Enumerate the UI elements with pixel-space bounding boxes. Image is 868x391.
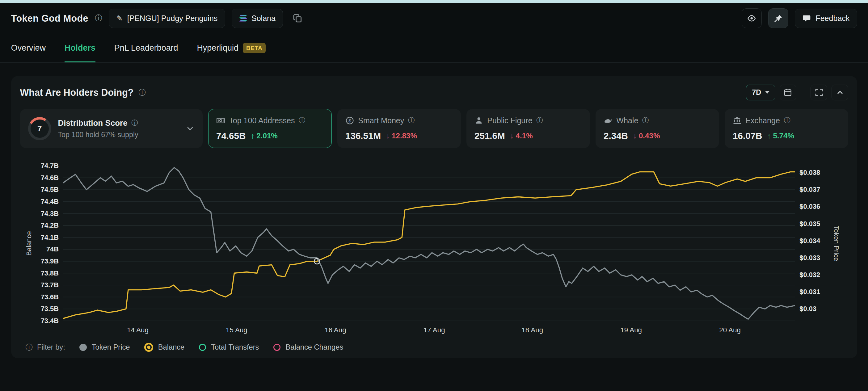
legend-label: Balance Changes: [285, 343, 343, 352]
stat-value: 136.51M: [345, 131, 381, 141]
balance-axis-tick: 73.7B: [20, 281, 59, 289]
stat-label: Exchange: [745, 116, 780, 125]
holders-doing-panel: What Are Holders Doing? ⓘ 7D: [11, 76, 857, 359]
stat-card-smart-money[interactable]: $ Smart Money ⓘ 136.51M ↓ 12.83%: [337, 109, 461, 148]
tab-holders[interactable]: Holders: [65, 34, 95, 62]
tab-overview[interactable]: Overview: [11, 34, 46, 62]
svg-text:$: $: [348, 118, 351, 123]
price-axis-tick: $0.037: [799, 186, 844, 194]
timeframe-dropdown[interactable]: 7D: [746, 85, 775, 100]
tab-pnl-leaderboard[interactable]: PnL Leaderboard: [114, 34, 178, 62]
timeframe-value: 7D: [752, 88, 761, 97]
feedback-button[interactable]: Feedback: [795, 9, 857, 28]
balance-axis-tick: 74.4B: [20, 198, 59, 206]
cash-icon: [216, 116, 225, 125]
beta-badge: BETA: [243, 43, 266, 53]
collapse-button[interactable]: [832, 85, 848, 100]
balance-axis-tick: 74.5B: [20, 186, 59, 194]
stat-value: 74.65B: [216, 131, 246, 141]
price-axis-tick: $0.03: [799, 305, 844, 313]
header: Token God Mode ⓘ ✎ [PENGU] Pudgy Penguin…: [0, 3, 868, 34]
caret-down-icon: [765, 91, 770, 94]
price-axis-tick: $0.033: [799, 254, 844, 262]
balance-axis-tick: 73.8B: [20, 269, 59, 278]
balance-axis-tick: 73.4B: [20, 317, 59, 325]
tab-label: Holders: [65, 43, 95, 53]
distribution-score-gauge: 7: [28, 117, 51, 140]
info-icon: ⓘ: [95, 14, 102, 22]
legend-label: Token Price: [92, 343, 130, 352]
legend-balance-changes[interactable]: Balance Changes: [273, 343, 343, 352]
balance-axis-tick: 74.3B: [20, 210, 59, 218]
panel-controls: 7D: [746, 85, 848, 100]
total-transfers-dot-icon: [199, 344, 206, 351]
chevron-up-icon: [836, 88, 844, 97]
fullscreen-button[interactable]: [810, 85, 827, 100]
stat-card-top-100-addresses[interactable]: Top 100 Addresses ⓘ 74.65B ↑ 2.01%: [208, 109, 332, 148]
legend-label: Balance: [158, 343, 185, 352]
balance-axis-tick: 74.2B: [20, 222, 59, 229]
legend-label: Total Transfers: [211, 343, 259, 352]
legend-balance[interactable]: Balance: [144, 343, 184, 352]
info-icon: ⓘ: [642, 117, 649, 124]
chevron-down-icon[interactable]: [186, 124, 195, 133]
balance-axis-tick: 74.1B: [20, 233, 59, 241]
stats-row: 7 Distribution Score ⓘ Top 100 hold 67% …: [20, 109, 848, 148]
pin-button[interactable]: [768, 8, 788, 28]
copy-address-button[interactable]: [290, 8, 305, 28]
holders-activity-chart[interactable]: Balance Token Price 74.7B74.6B74.5B74.4B…: [20, 162, 848, 338]
x-axis-date-label: 19 Aug: [607, 326, 656, 334]
tab-label: Hyperliquid: [197, 43, 238, 53]
balance-changes-dot-icon: [273, 344, 280, 351]
balance-axis-tick: 74.7B: [20, 162, 59, 170]
balance-axis-tick: 73.9B: [20, 257, 59, 265]
tab-hyperliquid[interactable]: Hyperliquid BETA: [197, 34, 266, 62]
stat-card-exchange[interactable]: Exchange ⓘ 16.07B ↑ 5.74%: [725, 109, 848, 148]
stat-label: Smart Money: [358, 116, 404, 125]
chart-legend: ⓘ Filter by: Token Price Balance Total T…: [20, 343, 848, 352]
stat-value: 2.34B: [603, 131, 628, 141]
watchlist-eye-button[interactable]: [742, 8, 762, 28]
tab-label: Overview: [11, 43, 46, 53]
page-title: Token God Mode: [11, 13, 88, 24]
balance-axis-tick: 74B: [20, 245, 59, 253]
calendar-button[interactable]: [780, 85, 796, 100]
stat-card-public-figure[interactable]: Public Figure ⓘ 251.6M ↓ 4.1%: [466, 109, 590, 148]
chart-canvas[interactable]: [63, 166, 795, 322]
stat-change: ↓ 4.1%: [510, 132, 533, 140]
edit-pencil-icon: ✎: [116, 14, 123, 22]
info-icon: ⓘ: [536, 117, 543, 124]
panel-title: What Are Holders Doing?: [20, 87, 134, 98]
pin-icon: [774, 14, 783, 23]
chain-selector-button[interactable]: Solana: [232, 9, 283, 28]
legend-token-price[interactable]: Token Price: [80, 343, 130, 352]
panel-header: What Are Holders Doing? ⓘ 7D: [20, 85, 848, 100]
stat-card-whale[interactable]: Whale ⓘ 2.34B ↓ 0.43%: [595, 109, 719, 148]
fullscreen-icon: [815, 88, 823, 97]
x-axis-date-label: 14 Aug: [113, 326, 162, 334]
balance-axis-tick: 74.6B: [20, 174, 59, 182]
copy-icon: [293, 14, 302, 23]
balance-axis-tick: 73.6B: [20, 293, 59, 301]
info-icon: ⓘ: [784, 117, 790, 124]
tab-bar: Overview Holders PnL Leaderboard Hyperli…: [0, 34, 868, 62]
chat-bubble-icon: [802, 14, 811, 23]
token-selector-button[interactable]: ✎ [PENGU] Pudgy Penguins: [109, 9, 225, 28]
legend-total-transfers[interactable]: Total Transfers: [199, 343, 259, 352]
info-icon: ⓘ: [139, 89, 146, 96]
calendar-icon: [783, 88, 792, 97]
distribution-score-card[interactable]: 7 Distribution Score ⓘ Top 100 hold 67% …: [20, 109, 203, 148]
stat-sublabel: Top 100 hold 67% supply: [58, 131, 179, 139]
top-accent-strip: [0, 0, 868, 3]
x-axis-date-label: 18 Aug: [507, 326, 557, 334]
info-icon: ⓘ: [408, 117, 415, 124]
x-axis-date-label: 15 Aug: [212, 326, 261, 334]
price-axis-tick: $0.031: [799, 288, 844, 296]
price-axis-tick: $0.032: [799, 271, 844, 279]
main-content: What Are Holders Doing? ⓘ 7D: [0, 63, 868, 391]
stat-label: Whale: [616, 116, 638, 125]
distribution-score-value: 7: [37, 124, 42, 133]
feedback-label: Feedback: [815, 14, 849, 23]
x-axis-date-label: 20 Aug: [705, 326, 755, 334]
stat-label: Top 100 Addresses: [229, 116, 295, 125]
